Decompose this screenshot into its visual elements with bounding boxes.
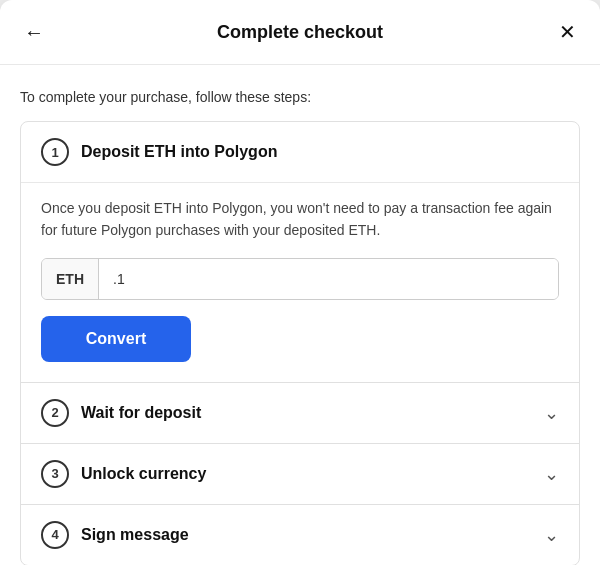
back-button[interactable]: ← (20, 17, 48, 48)
eth-input-container: ETH (41, 258, 559, 300)
step-3-header[interactable]: 3 Unlock currency ⌄ (21, 444, 579, 504)
step-2-title: Wait for deposit (81, 404, 544, 422)
step-1-header[interactable]: 1 Deposit ETH into Polygon (21, 122, 579, 182)
step-4-title: Sign message (81, 526, 544, 544)
step-4-number: 4 (41, 521, 69, 549)
step-1-content: Once you deposit ETH into Polygon, you w… (21, 182, 579, 382)
step-4-chevron-icon: ⌄ (544, 524, 559, 546)
eth-amount-input[interactable] (99, 259, 558, 299)
modal-body: To complete your purchase, follow these … (0, 65, 600, 565)
step-3-title: Unlock currency (81, 465, 544, 483)
close-icon: ✕ (559, 20, 576, 44)
step-1-number: 1 (41, 138, 69, 166)
step-2: 2 Wait for deposit ⌄ (21, 383, 579, 444)
step-3-chevron-icon: ⌄ (544, 463, 559, 485)
steps-container: 1 Deposit ETH into Polygon Once you depo… (20, 121, 580, 565)
step-2-chevron-icon: ⌄ (544, 402, 559, 424)
step-1-title: Deposit ETH into Polygon (81, 143, 559, 161)
step-4: 4 Sign message ⌄ (21, 505, 579, 565)
modal-header: ← Complete checkout ✕ (0, 0, 600, 65)
step-3: 3 Unlock currency ⌄ (21, 444, 579, 505)
step-1-description: Once you deposit ETH into Polygon, you w… (41, 197, 559, 242)
modal-title: Complete checkout (217, 22, 383, 43)
eth-currency-label: ETH (42, 259, 99, 299)
step-2-number: 2 (41, 399, 69, 427)
step-3-number: 3 (41, 460, 69, 488)
close-button[interactable]: ✕ (555, 16, 580, 48)
step-4-header[interactable]: 4 Sign message ⌄ (21, 505, 579, 565)
step-2-header[interactable]: 2 Wait for deposit ⌄ (21, 383, 579, 443)
back-icon: ← (24, 21, 44, 44)
convert-button[interactable]: Convert (41, 316, 191, 362)
complete-checkout-modal: ← Complete checkout ✕ To complete your p… (0, 0, 600, 565)
step-1: 1 Deposit ETH into Polygon Once you depo… (21, 122, 579, 383)
instruction-text: To complete your purchase, follow these … (20, 89, 580, 105)
